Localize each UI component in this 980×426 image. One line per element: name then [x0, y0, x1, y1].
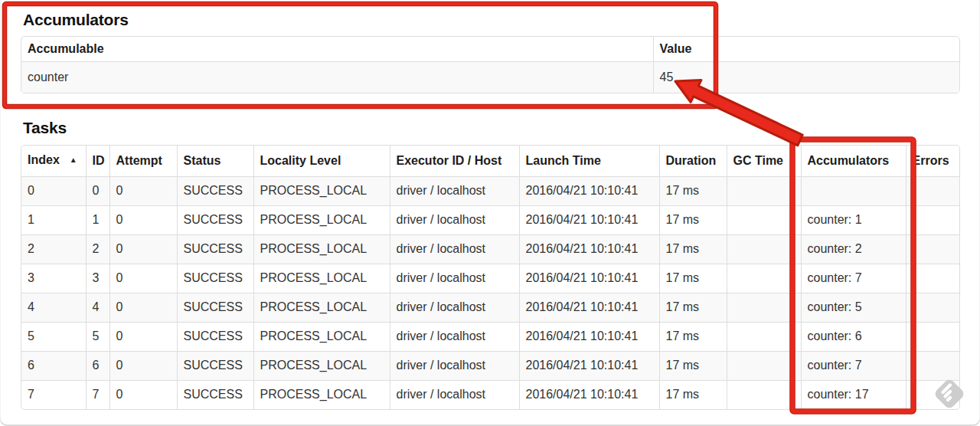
table-cell: 7 — [86, 381, 109, 410]
column-header-locality-level[interactable]: Locality Level — [253, 146, 390, 177]
table-cell: 5 — [86, 323, 109, 352]
table-cell: PROCESS_LOCAL — [253, 381, 390, 410]
table-cell: 1 — [21, 206, 86, 235]
table-header-row: AccumulableValue — [21, 37, 959, 62]
table-cell: 0 — [21, 177, 86, 206]
table-cell: 2016/04/21 10:10:41 — [519, 293, 659, 323]
table-cell — [906, 293, 959, 323]
table-cell: 2016/04/21 10:10:41 — [519, 177, 659, 206]
column-header-value: Value — [653, 37, 959, 62]
spark-stage-page: Accumulators AccumulableValue counter45 … — [0, 0, 980, 426]
table-cell: 17 ms — [659, 235, 727, 264]
table-row: 550SUCCESSPROCESS_LOCALdriver / localhos… — [21, 323, 959, 352]
table-cell: counter: 1 — [801, 206, 906, 235]
table-cell: 3 — [21, 264, 86, 293]
table-cell: counter: 2 — [801, 235, 906, 264]
table-cell — [727, 323, 801, 352]
table-row: 660SUCCESSPROCESS_LOCALdriver / localhos… — [21, 352, 959, 381]
table-cell: PROCESS_LOCAL — [253, 352, 390, 381]
table-cell — [727, 381, 801, 410]
column-header-id[interactable]: ID — [86, 146, 109, 177]
column-header-executor-id-host[interactable]: Executor ID / Host — [390, 146, 519, 177]
table-cell: driver / localhost — [390, 293, 519, 323]
table-cell: 2016/04/21 10:10:41 — [519, 206, 659, 235]
table-cell: counter: 6 — [801, 323, 906, 352]
table-cell: 1 — [86, 206, 109, 235]
column-header-status[interactable]: Status — [177, 146, 253, 177]
table-cell: 7 — [21, 381, 86, 410]
stamp-icon — [932, 376, 967, 411]
sort-ascending-icon: ▲ — [70, 156, 77, 164]
table-cell: 2 — [86, 235, 109, 264]
table-cell: 0 — [109, 264, 177, 293]
table-cell — [906, 264, 959, 293]
table-cell: counter: 7 — [801, 264, 906, 293]
table-cell — [727, 293, 801, 323]
table-cell: 17 ms — [659, 352, 727, 381]
table-cell: 0 — [109, 293, 177, 323]
table-cell: counter — [21, 62, 653, 93]
table-cell: 0 — [109, 177, 177, 206]
table-cell — [906, 235, 959, 264]
table-cell: 2016/04/21 10:10:41 — [519, 323, 659, 352]
table-cell: SUCCESS — [177, 264, 253, 293]
column-header-index[interactable]: Index▲ — [21, 146, 86, 177]
table-cell: 3 — [86, 264, 109, 293]
table-cell: 17 ms — [659, 323, 727, 352]
table-cell: 0 — [109, 206, 177, 235]
table-cell — [906, 323, 959, 352]
table-cell: 6 — [21, 352, 86, 381]
table-cell — [727, 177, 801, 206]
table-cell: 5 — [21, 323, 86, 352]
table-cell: 17 ms — [659, 381, 727, 410]
column-header-accumulators[interactable]: Accumulators — [801, 146, 906, 177]
accumulators-heading: Accumulators — [23, 10, 129, 29]
table-cell: driver / localhost — [390, 381, 519, 410]
table-cell: driver / localhost — [390, 352, 519, 381]
table-cell: SUCCESS — [177, 381, 253, 410]
column-header-attempt[interactable]: Attempt — [109, 146, 177, 177]
table-cell: driver / localhost — [390, 323, 519, 352]
table-cell: 17 ms — [659, 264, 727, 293]
table-cell: 4 — [86, 293, 109, 323]
table-cell: PROCESS_LOCAL — [253, 264, 390, 293]
table-cell: PROCESS_LOCAL — [253, 323, 390, 352]
column-header-duration[interactable]: Duration — [659, 146, 727, 177]
table-cell — [727, 206, 801, 235]
tasks-heading: Tasks — [23, 118, 67, 137]
table-row: 770SUCCESSPROCESS_LOCALdriver / localhos… — [21, 381, 959, 410]
table-cell: 17 ms — [659, 293, 727, 323]
column-header-accumulable: Accumulable — [21, 37, 653, 62]
table-cell: 17 ms — [659, 177, 727, 206]
table-cell — [727, 264, 801, 293]
table-cell: SUCCESS — [177, 235, 253, 264]
table-cell: 0 — [86, 177, 109, 206]
table-cell: 2016/04/21 10:10:41 — [519, 235, 659, 264]
table-cell: 0 — [109, 323, 177, 352]
table-cell: 0 — [109, 381, 177, 410]
table-cell: driver / localhost — [390, 264, 519, 293]
table-cell: counter: 5 — [801, 293, 906, 323]
table-cell: 2 — [21, 235, 86, 264]
table-cell: PROCESS_LOCAL — [253, 177, 390, 206]
table-cell: 0 — [109, 235, 177, 264]
table-cell: SUCCESS — [177, 177, 253, 206]
table-cell: 4 — [21, 293, 86, 323]
table-cell — [801, 177, 906, 206]
column-header-gc-time[interactable]: GC Time — [727, 146, 801, 177]
column-header-errors[interactable]: Errors — [906, 146, 959, 177]
tasks-table: Index▲IDAttemptStatusLocality LevelExecu… — [21, 145, 960, 410]
table-row: 220SUCCESSPROCESS_LOCALdriver / localhos… — [21, 235, 959, 264]
table-cell: counter: 17 — [801, 381, 906, 410]
table-header-row: Index▲IDAttemptStatusLocality LevelExecu… — [21, 146, 959, 177]
table-cell: driver / localhost — [390, 206, 519, 235]
table-cell: SUCCESS — [177, 352, 253, 381]
table-cell: counter: 7 — [801, 352, 906, 381]
table-cell: driver / localhost — [390, 235, 519, 264]
table-cell — [727, 352, 801, 381]
table-cell: SUCCESS — [177, 206, 253, 235]
column-header-launch-time[interactable]: Launch Time — [519, 146, 659, 177]
table-row: counter45 — [21, 62, 959, 93]
table-cell: driver / localhost — [390, 177, 519, 206]
table-cell: 17 ms — [659, 206, 727, 235]
